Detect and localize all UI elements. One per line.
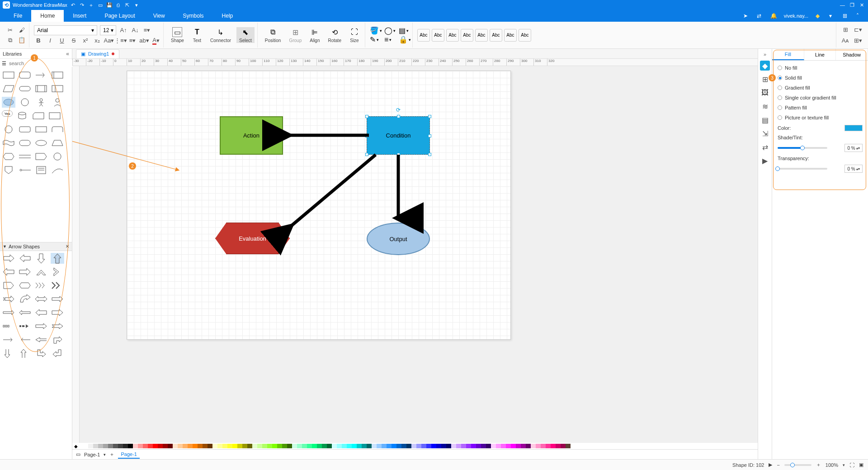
cut-icon[interactable]: ✂: [5, 26, 14, 35]
ribbon: ✂ 🖌 ⧉ 📋 Arial▾ 12▾ A↑ A↓ ≡▾ B I U S x² x…: [0, 22, 868, 49]
style-preset-5[interactable]: Abc: [475, 29, 488, 42]
style-preset-6[interactable]: Abc: [490, 29, 502, 42]
textcase-icon[interactable]: Aᴀ: [841, 36, 850, 45]
style-preset-4[interactable]: Abc: [461, 29, 473, 42]
increase-font-icon[interactable]: A↑: [119, 26, 128, 35]
crop-icon[interactable]: ⊏▾: [854, 25, 863, 34]
send-icon[interactable]: ➤: [743, 13, 750, 19]
new-icon[interactable]: ＋: [88, 2, 94, 8]
list-icon[interactable]: ≡▾: [128, 36, 137, 45]
diamond-icon[interactable]: ◆: [816, 13, 822, 19]
align-text-icon[interactable]: ≡▾: [142, 26, 151, 35]
save-icon[interactable]: 💾: [106, 2, 113, 8]
lock-button[interactable]: 🔒▾: [399, 37, 410, 43]
user-name[interactable]: vivek.nay...: [784, 13, 808, 19]
menu-bar: File Home Insert Page Layout View Symbol…: [0, 10, 868, 22]
line-style-button[interactable]: ≡▾: [384, 37, 395, 43]
decrease-font-icon[interactable]: A↓: [131, 26, 140, 35]
print-icon[interactable]: ⎙: [115, 2, 122, 8]
font-size-select[interactable]: 12▾: [100, 25, 116, 35]
menu-pagelayout[interactable]: Page Layout: [95, 10, 144, 22]
style-preset-8[interactable]: Abc: [519, 29, 531, 42]
tool-shape[interactable]: ▭Shape: [168, 27, 187, 43]
tool-group[interactable]: ⊞Group: [286, 27, 304, 43]
underline-icon[interactable]: U: [57, 36, 66, 45]
menu-file[interactable]: File: [5, 10, 31, 22]
share-icon[interactable]: ⇄: [757, 13, 763, 19]
tool-select[interactable]: ⬉Select: [236, 27, 255, 43]
quick-styles: Abc Abc Abc Abc Abc Abc Abc Abc: [417, 29, 833, 42]
undo-icon[interactable]: ↶: [70, 2, 76, 8]
apps-icon[interactable]: ⊞: [843, 13, 849, 19]
redo-icon[interactable]: ↷: [79, 2, 85, 8]
app-logo: ⟲: [3, 1, 10, 9]
style-preset-3[interactable]: Abc: [446, 29, 459, 42]
tool-position[interactable]: ⧉Position: [262, 27, 284, 43]
format-painter-icon[interactable]: 🖌: [17, 26, 26, 35]
collapse-ribbon-icon[interactable]: ˄: [856, 13, 863, 19]
tool-connector[interactable]: ↳Connector: [208, 27, 234, 43]
tool-rotate[interactable]: ⟲Rotate: [325, 27, 344, 43]
restore-icon[interactable]: ❐: [850, 2, 855, 8]
strike-icon[interactable]: S: [69, 36, 78, 45]
italic-icon[interactable]: I: [46, 36, 55, 45]
style-preset-2[interactable]: Abc: [432, 29, 444, 42]
tool-align[interactable]: ⊫Align: [307, 27, 322, 43]
title-bar: ⟲ Wondershare EdrawMax ↶ ↷ ＋ ▭ 💾 ⎙ ⇱ ▾ —…: [0, 0, 868, 10]
menu-view[interactable]: View: [144, 10, 174, 22]
layout-icon[interactable]: ⊞: [841, 25, 850, 34]
font-color-icon[interactable]: A▾: [151, 36, 160, 45]
menu-help[interactable]: Help: [213, 10, 242, 22]
case-icon[interactable]: Aa▾: [104, 36, 113, 45]
shape-style-button[interactable]: ◯▾: [384, 28, 395, 34]
export-icon[interactable]: ⇱: [124, 2, 131, 8]
style-preset-1[interactable]: Abc: [417, 29, 430, 42]
grid-icon[interactable]: ⊞▾: [854, 36, 863, 45]
fill-color-button[interactable]: 🪣▾: [370, 28, 381, 34]
app-title: Wondershare EdrawMax: [13, 2, 67, 8]
tool-size[interactable]: ⛶Size: [347, 27, 362, 43]
minimize-icon[interactable]: —: [840, 2, 845, 8]
tool-text[interactable]: TText: [189, 27, 205, 43]
font-family-select[interactable]: Arial▾: [34, 25, 97, 35]
menu-symbols[interactable]: Symbols: [174, 10, 213, 22]
menu-home[interactable]: Home: [31, 10, 64, 22]
open-icon[interactable]: ▭: [97, 2, 104, 8]
subscript-icon[interactable]: x₂: [93, 36, 102, 45]
paste-icon[interactable]: 📋: [17, 36, 26, 45]
gift-icon[interactable]: ▾: [829, 13, 835, 19]
line-color-button[interactable]: ✎▾: [370, 37, 381, 43]
superscript-icon[interactable]: x²: [81, 36, 90, 45]
bullets-icon[interactable]: ⋮≡▾: [116, 36, 125, 45]
menu-insert[interactable]: Insert: [64, 10, 95, 22]
bold-icon[interactable]: B: [34, 36, 43, 45]
bell-icon[interactable]: 🔔: [770, 13, 777, 19]
shadow-button[interactable]: ▤▾: [399, 28, 410, 34]
more-qat-icon[interactable]: ▾: [133, 2, 140, 8]
style-preset-7[interactable]: Abc: [504, 29, 517, 42]
highlight-icon[interactable]: ab▾: [140, 36, 149, 45]
close-icon[interactable]: ✕: [860, 2, 865, 8]
copy-icon[interactable]: ⧉: [5, 36, 14, 45]
